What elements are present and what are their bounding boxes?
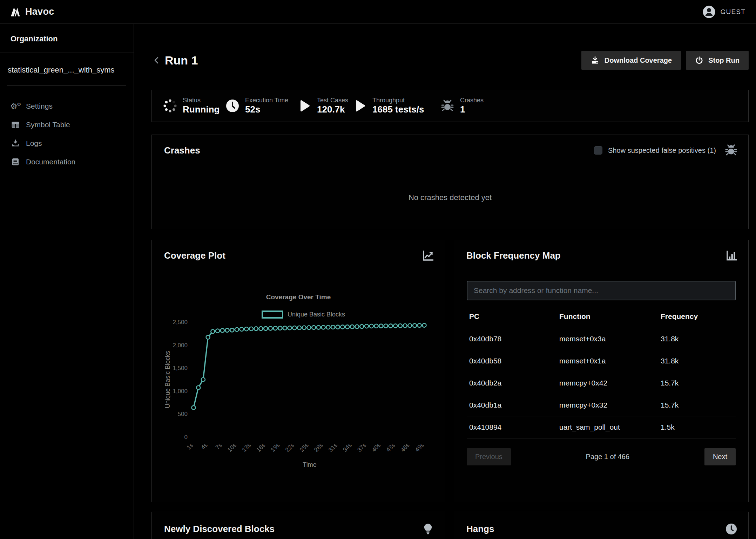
block-frequency-map-title: Block Frequency Map xyxy=(466,250,561,261)
sidebar-nav: ⚙⚙ Settings Symbol Table xyxy=(0,86,134,171)
sidebar-item-label: Symbol Table xyxy=(26,121,70,129)
bug-icon xyxy=(440,99,455,113)
cell-pc: 0x40db58 xyxy=(467,350,557,372)
table-row[interactable]: 0x40db78 memset+0x3a 31.8k xyxy=(467,328,736,350)
bug-icon xyxy=(724,144,738,157)
sidebar-item-settings[interactable]: ⚙⚙ Settings xyxy=(0,97,134,115)
power-icon xyxy=(695,56,703,64)
table-row[interactable]: 0x40db2a memcpy+0x42 15.7k xyxy=(467,372,736,394)
username-label: GUEST xyxy=(721,8,745,16)
table-row[interactable]: 0x40db1a memcpy+0x32 15.7k xyxy=(467,394,736,416)
org-label: Organization xyxy=(11,34,58,43)
stat-label: Status xyxy=(183,97,220,104)
svg-text:28s: 28s xyxy=(313,442,324,453)
cell-frequency: 31.8k xyxy=(658,350,736,372)
svg-text:37s: 37s xyxy=(356,442,368,453)
svg-text:40s: 40s xyxy=(371,442,382,453)
cell-pc: 0x410894 xyxy=(467,416,557,438)
column-header-frequency: Frequency xyxy=(658,312,736,328)
crashes-empty-message: No crashes detected yet xyxy=(152,166,748,229)
hangs-panel: Hangs xyxy=(454,512,749,539)
stat-crashes: Crashes 1 xyxy=(440,97,484,115)
main-content: Run 1 Download Coverage xyxy=(134,24,756,539)
stat-value: Running xyxy=(183,104,220,115)
table-row[interactable]: 0x410894 uart_sam_poll_out 1.5k xyxy=(467,416,736,438)
sidebar-item-symbol-table[interactable]: Symbol Table xyxy=(0,115,134,134)
cell-function: memcpy+0x42 xyxy=(557,372,658,394)
chevron-left-icon xyxy=(152,56,161,65)
stat-execution-time: Execution Time 52s xyxy=(225,97,297,115)
download-tray-icon xyxy=(11,138,20,148)
stat-status: Status Running xyxy=(162,97,225,115)
line-chart-icon[interactable] xyxy=(421,250,434,262)
svg-text:16s: 16s xyxy=(255,442,267,453)
stat-label: Execution Time xyxy=(245,97,288,104)
brand-name: Havoc xyxy=(25,6,54,17)
svg-text:49s: 49s xyxy=(414,442,425,453)
newly-discovered-blocks-panel: Newly Discovered Blocks xyxy=(151,512,445,539)
back-button[interactable] xyxy=(151,55,162,66)
svg-text:500: 500 xyxy=(178,411,188,417)
user-menu[interactable]: GUEST xyxy=(702,5,745,19)
svg-text:34s: 34s xyxy=(342,442,353,453)
cell-function: memset+0x1a xyxy=(557,350,658,372)
stat-value: 120.7k xyxy=(317,104,348,115)
block-search-input[interactable] xyxy=(467,281,736,300)
stat-throughput: Throughput 1685 tests/s xyxy=(352,97,440,115)
cell-frequency: 15.7k xyxy=(658,372,736,394)
sidebar-item-logs[interactable]: Logs xyxy=(0,134,134,152)
cell-function: memset+0x3a xyxy=(557,328,658,350)
divider xyxy=(161,271,436,271)
svg-text:43s: 43s xyxy=(385,442,397,453)
newly-discovered-blocks-title: Newly Discovered Blocks xyxy=(164,524,275,534)
svg-text:1s: 1s xyxy=(185,442,195,451)
spinner-icon xyxy=(162,98,178,114)
lightbulb-icon xyxy=(421,523,434,535)
cell-function: uart_sam_poll_out xyxy=(557,416,658,438)
stat-label: Throughput xyxy=(372,97,424,104)
stats-bar: Status Running Execution Time 52s xyxy=(151,90,749,122)
stat-label: Test Cases xyxy=(317,97,348,104)
page-title: Run 1 xyxy=(165,54,198,67)
book-icon xyxy=(11,157,20,166)
false-positives-checkbox[interactable] xyxy=(594,146,602,155)
crashes-title: Crashes xyxy=(164,145,200,156)
stat-value: 1 xyxy=(460,104,484,115)
cell-frequency: 1.5k xyxy=(658,416,736,438)
svg-text:1,500: 1,500 xyxy=(173,365,188,371)
stop-run-label: Stop Run xyxy=(708,56,740,64)
crashes-panel: Crashes Show suspected false positives (… xyxy=(151,135,749,229)
download-coverage-button[interactable]: Download Coverage xyxy=(581,51,681,70)
svg-text:1,000: 1,000 xyxy=(173,388,188,395)
sidebar-item-documentation[interactable]: Documentation xyxy=(0,152,134,171)
svg-text:7s: 7s xyxy=(214,442,223,451)
coverage-plot-title: Coverage Plot xyxy=(164,250,225,261)
download-coverage-label: Download Coverage xyxy=(605,56,672,64)
sidebar: Organization statistical_green_..._with_… xyxy=(0,24,134,539)
pagination: Previous Page 1 of 466 Next xyxy=(467,448,736,465)
coverage-over-time-chart: Coverage Over TimeUnique Basic Blocks050… xyxy=(164,278,433,484)
sidebar-item-label: Documentation xyxy=(26,158,75,166)
divider xyxy=(463,271,740,271)
false-positives-label[interactable]: Show suspected false positives (1) xyxy=(608,146,716,155)
block-frequency-table: PC Function Frequency 0x40db78 memset+0x… xyxy=(467,312,736,438)
svg-text:0: 0 xyxy=(184,434,188,441)
page-status: Page 1 of 466 xyxy=(586,453,630,461)
havoc-logo-icon xyxy=(10,7,21,17)
bar-chart-icon[interactable] xyxy=(725,250,738,262)
table-row[interactable]: 0x40db58 memset+0x1a 31.8k xyxy=(467,350,736,372)
stat-test-cases: Test Cases 120.7k xyxy=(297,97,352,115)
column-header-function: Function xyxy=(557,312,658,328)
stop-run-button[interactable]: Stop Run xyxy=(686,51,749,70)
previous-page-button[interactable]: Previous xyxy=(467,448,511,465)
gears-icon: ⚙⚙ xyxy=(11,101,20,111)
stat-value: 1685 tests/s xyxy=(372,104,424,115)
next-page-button[interactable]: Next xyxy=(704,448,736,465)
table-icon xyxy=(11,120,20,129)
stat-value: 52s xyxy=(245,104,288,115)
page-header: Run 1 Download Coverage xyxy=(151,51,749,70)
svg-text:19s: 19s xyxy=(270,442,281,453)
org-section: Organization xyxy=(0,24,134,53)
svg-text:Coverage Over Time: Coverage Over Time xyxy=(266,293,331,301)
sidebar-project-name[interactable]: statistical_green_..._with_syms xyxy=(0,53,134,85)
